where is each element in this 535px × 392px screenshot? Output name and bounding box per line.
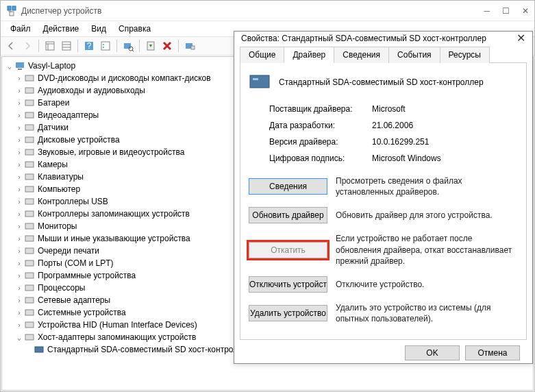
digsig-value: Microsoft Windows (372, 154, 518, 163)
expander-icon[interactable]: › (14, 198, 24, 206)
tree-item-label[interactable]: Мониторы (38, 221, 77, 231)
svg-rect-34 (25, 199, 34, 204)
date-label: Дата разработки: (269, 121, 372, 130)
tree-item-label[interactable]: Дисковые устройства (38, 135, 120, 145)
tree-item-label[interactable]: Аудиовходы и аудиовыходы (38, 86, 145, 95)
disable-device-button[interactable]: Отключить устройство (249, 276, 327, 293)
svg-rect-2 (10, 12, 14, 16)
tree-item-label[interactable]: Системные устройства (38, 308, 126, 317)
expander-icon[interactable]: › (14, 136, 24, 144)
menu-file[interactable]: Файл (5, 23, 36, 35)
svg-rect-35 (25, 211, 34, 217)
category-icon (24, 197, 35, 206)
cancel-button[interactable]: Отмена (465, 345, 520, 360)
view-detail-icon[interactable] (59, 38, 74, 53)
svg-rect-37 (25, 236, 34, 241)
expander-icon[interactable]: › (14, 260, 24, 267)
maximize-button[interactable]: ☐ (502, 6, 510, 16)
driver-details-button[interactable]: Сведения (249, 178, 327, 195)
remove-device-button[interactable]: Удалить устройство (249, 305, 327, 321)
rollback-driver-button[interactable]: Откатить (249, 242, 327, 258)
tree-item-label[interactable]: Батареи (38, 98, 69, 108)
svg-rect-28 (25, 125, 34, 130)
tree-item-label[interactable]: Звуковые, игровые и видеоустройства (38, 147, 184, 157)
expander-icon[interactable]: › (14, 309, 24, 317)
tree-root-label[interactable]: Vasyl-Laptop (28, 61, 75, 71)
provider-value: Microsoft (372, 104, 518, 114)
expander-icon[interactable]: › (14, 149, 24, 156)
category-icon (24, 209, 35, 219)
category-icon (24, 123, 35, 132)
expander-icon[interactable]: › (14, 186, 24, 193)
ok-button[interactable]: OK (405, 345, 460, 360)
category-icon (24, 332, 35, 342)
tree-item-label[interactable]: Сетевые адаптеры (38, 295, 110, 305)
expander-icon[interactable]: › (14, 272, 24, 280)
tree-child-label[interactable]: Стандартный SDA-совместимый SD хост-конт… (47, 345, 252, 354)
tree-item-label[interactable]: Порты (COM и LPT) (38, 258, 114, 268)
expander-icon[interactable]: › (14, 284, 24, 292)
category-icon (24, 271, 35, 280)
expander-icon[interactable]: › (14, 173, 24, 181)
help-icon[interactable]: ? (82, 38, 97, 53)
tree-item-label[interactable]: Датчики (38, 123, 69, 132)
tab-details[interactable]: Сведения (334, 47, 389, 63)
properties-icon[interactable] (98, 38, 113, 53)
tree-item-label[interactable]: Очереди печати (38, 246, 99, 256)
tab-driver[interactable]: Драйвер (284, 47, 334, 63)
tree-item-label[interactable]: Контроллеры запоминающих устройств (38, 209, 190, 219)
tree-item-label[interactable]: Хост-адаптеры запоминающих устройств (38, 332, 196, 342)
config-icon[interactable] (182, 38, 197, 53)
expander-icon[interactable]: › (14, 75, 24, 82)
tree-item-label[interactable]: Камеры (38, 160, 68, 169)
svg-rect-14 (124, 43, 131, 49)
expander-icon[interactable]: ⌄ (14, 334, 24, 341)
sd-controller-icon (34, 345, 45, 354)
expander-icon[interactable]: › (14, 297, 24, 304)
svg-line-16 (132, 50, 134, 51)
expander-icon[interactable]: ⌄ (5, 62, 14, 70)
tree-item-label[interactable]: Видеоадаптеры (38, 110, 99, 120)
expander-icon[interactable]: › (14, 124, 24, 132)
back-button[interactable] (3, 38, 18, 53)
install-icon[interactable] (143, 38, 158, 53)
remove-device-desc: Удалить это устройство из системы (для о… (336, 302, 518, 324)
expander-icon[interactable]: › (14, 87, 24, 95)
close-button[interactable]: ✕ (522, 6, 529, 16)
expander-icon[interactable]: › (14, 161, 24, 169)
tree-item-label[interactable]: Мыши и иные указывающие устройства (38, 234, 190, 243)
tab-general[interactable]: Общие (240, 47, 284, 63)
svg-rect-39 (25, 260, 34, 266)
tree-item-label[interactable]: Компьютер (38, 184, 80, 194)
category-icon (24, 320, 35, 330)
tree-item-label[interactable]: DVD-дисководы и дисководы компакт-дисков (38, 73, 211, 83)
tab-resources[interactable]: Ресурсы (440, 47, 490, 63)
tree-item-label[interactable]: Устройства HID (Human Interface Devices) (38, 320, 197, 330)
tab-events[interactable]: События (388, 47, 440, 63)
expander-icon[interactable]: › (14, 321, 24, 329)
tree-item-label[interactable]: Программные устройства (38, 271, 136, 280)
uninstall-icon[interactable] (160, 38, 175, 53)
expander-icon[interactable]: › (14, 223, 24, 230)
view-tree-icon[interactable] (42, 38, 58, 53)
provider-label: Поставщик драйвера: (269, 104, 372, 114)
tree-item-label[interactable]: Клавиатуры (38, 172, 84, 182)
minimize-button[interactable]: ─ (484, 6, 490, 16)
dialog-close-button[interactable]: ✕ (517, 32, 525, 45)
menu-view[interactable]: Вид (86, 23, 112, 35)
expander-icon[interactable]: › (14, 235, 24, 243)
expander-icon[interactable]: › (14, 247, 24, 255)
menu-help[interactable]: Справка (113, 23, 156, 35)
category-icon (24, 160, 35, 169)
svg-rect-24 (25, 75, 34, 81)
tree-item-label[interactable]: Контроллеры USB (38, 197, 108, 206)
scan-icon[interactable] (121, 38, 136, 53)
expander-icon[interactable]: › (14, 112, 24, 119)
expander-icon[interactable]: › (14, 210, 24, 218)
update-driver-button[interactable]: Обновить драйвер (249, 207, 327, 223)
expander-icon[interactable]: › (14, 99, 24, 107)
version-label: Версия драйвера: (269, 137, 372, 147)
menu-action[interactable]: Действие (38, 23, 85, 35)
forward-button[interactable] (20, 38, 35, 53)
tree-item-label[interactable]: Процессоры (38, 283, 86, 293)
